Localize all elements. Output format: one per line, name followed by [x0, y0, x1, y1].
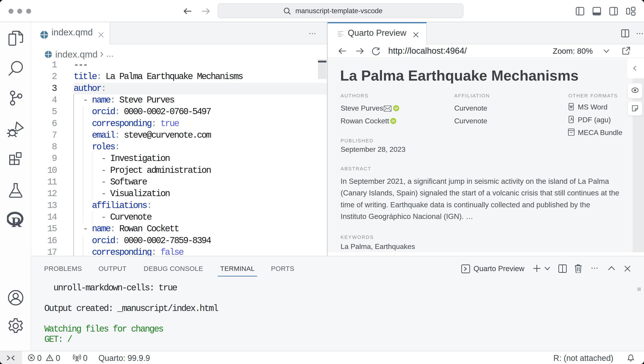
svg-text:R: R	[12, 214, 22, 229]
